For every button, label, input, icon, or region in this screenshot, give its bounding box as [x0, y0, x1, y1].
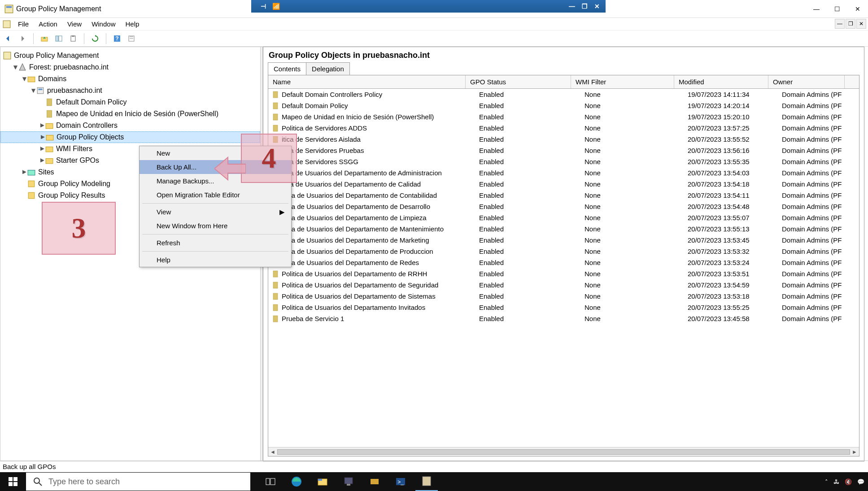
- table-row[interactable]: itica de Servidores Aislada Enabled None…: [268, 134, 859, 145]
- tab-delegation[interactable]: Delegation: [306, 62, 350, 75]
- mdi-close[interactable]: ✕: [856, 19, 866, 29]
- maximize-button[interactable]: ☐: [827, 0, 847, 18]
- refresh-icon[interactable]: [90, 33, 100, 44]
- table-row[interactable]: litica de Usuarios del Departamento de P…: [268, 246, 859, 257]
- ctx-help[interactable]: Help: [140, 253, 291, 267]
- tray-network-icon[interactable]: 🖧: [833, 478, 839, 485]
- col-modified[interactable]: Modified: [674, 75, 768, 88]
- table-row[interactable]: Politica de Usuarios del Departamento de…: [268, 291, 859, 302]
- tree-mapeo[interactable]: Mapeo de Unidad en Inicio de Sesión (Pow…: [0, 108, 260, 120]
- gpmc-taskbar-icon[interactable]: [415, 472, 438, 491]
- system-tray[interactable]: ˄ 🖧 🔇 💬: [825, 478, 864, 485]
- cell-name: litica de Usuarios del Departamento de M…: [282, 225, 479, 233]
- app-icon-1[interactable]: [363, 472, 386, 491]
- close-button[interactable]: ✕: [847, 0, 868, 18]
- cell-name: litica de Usuarios del Departamento de M…: [282, 236, 479, 244]
- menu-window[interactable]: Window: [87, 18, 120, 30]
- filter-icon[interactable]: [126, 33, 137, 44]
- remote-minimize[interactable]: —: [567, 1, 577, 11]
- show-hide-tree-icon[interactable]: [53, 33, 64, 44]
- table-row[interactable]: Mapeo de Unidad en Inicio de Sesión (Pow…: [268, 111, 859, 122]
- gpm-small-icon: [3, 20, 11, 28]
- edge-icon[interactable]: [285, 472, 308, 491]
- table-row[interactable]: itica de Usuarios del Departamento de Ca…: [268, 178, 859, 190]
- table-row[interactable]: Prueba de Servicio 1 Enabled None 20/07/…: [268, 313, 859, 324]
- cell-modified: 20/07/2023 13:55:13: [688, 225, 782, 233]
- svg-rect-14: [39, 89, 43, 90]
- grid-body[interactable]: Default Domain Controllers Policy Enable…: [268, 89, 859, 447]
- svg-rect-19: [46, 147, 53, 152]
- col-owner[interactable]: Owner: [768, 75, 845, 88]
- tree-root[interactable]: Group Policy Management: [0, 50, 260, 61]
- svg-rect-11: [4, 52, 11, 59]
- table-row[interactable]: Politica de Servidores ADDS Enabled None…: [268, 122, 859, 134]
- tree-domain-controllers[interactable]: ⯈Domain Controllers: [0, 120, 260, 131]
- ctx-refresh[interactable]: Refresh: [140, 236, 291, 250]
- minimize-button[interactable]: —: [806, 0, 827, 18]
- cell-status: Enabled: [479, 292, 584, 300]
- cell-wmi: None: [584, 91, 688, 98]
- tree-default-domain-policy[interactable]: Default Domain Policy: [0, 96, 260, 108]
- clipboard-icon[interactable]: [68, 33, 79, 44]
- ctx-open-migration[interactable]: Open Migration Table Editor: [140, 188, 291, 202]
- mdi-restore[interactable]: ❐: [846, 19, 855, 29]
- table-row[interactable]: litica de Usuarios del Departamento de M…: [268, 223, 859, 235]
- tray-volume-icon[interactable]: 🔇: [845, 478, 852, 485]
- cell-wmi: None: [584, 158, 688, 165]
- powershell-icon[interactable]: >_: [389, 472, 412, 491]
- forward-button[interactable]: [17, 33, 28, 44]
- table-row[interactable]: itica de Servidores SSGG Enabled None 20…: [268, 156, 859, 167]
- ctx-view[interactable]: View▶: [140, 205, 291, 219]
- cell-owner: Domain Admins (PF: [782, 304, 858, 311]
- grid-header[interactable]: Name GPO Status WMI Filter Modified Owne…: [268, 75, 859, 89]
- task-view-icon[interactable]: [259, 472, 282, 491]
- file-explorer-icon[interactable]: [311, 472, 334, 491]
- remote-restore[interactable]: ❐: [580, 1, 589, 11]
- gpo-icon: [272, 113, 279, 121]
- mdi-minimize[interactable]: —: [835, 19, 845, 29]
- svg-rect-21: [28, 170, 35, 175]
- menu-help[interactable]: Help: [121, 18, 144, 30]
- remote-close[interactable]: ✕: [592, 1, 602, 11]
- col-name[interactable]: Name: [268, 75, 466, 88]
- col-wmi[interactable]: WMI Filter: [571, 75, 674, 88]
- table-row[interactable]: Politica de Usuarios del Departamento In…: [268, 302, 859, 313]
- tree-forest[interactable]: ⯆Forest: pruebasnacho.int: [0, 61, 260, 73]
- start-button[interactable]: [0, 472, 26, 491]
- pin-icon[interactable]: ⊣: [258, 1, 268, 11]
- tree-domain-label: pruebasnacho.int: [47, 85, 102, 96]
- table-row[interactable]: itica de Servidores Pruebas Enabled None…: [268, 145, 859, 156]
- tree-domains[interactable]: ⯆Domains: [0, 73, 260, 85]
- horizontal-scrollbar[interactable]: ◄►: [268, 447, 859, 456]
- cell-owner: Domain Admins (PF: [782, 147, 858, 154]
- server-manager-icon[interactable]: [337, 472, 360, 491]
- table-row[interactable]: itica de Usuarios del Departamento de Ad…: [268, 167, 859, 178]
- table-row[interactable]: litica de Usuarios del Departamento de L…: [268, 212, 859, 223]
- table-row[interactable]: Default Domain Policy Enabled None 19/07…: [268, 100, 859, 111]
- table-row[interactable]: Politica de Usuarios del Departamento de…: [268, 268, 859, 279]
- menu-action[interactable]: Action: [34, 18, 62, 30]
- svg-rect-46: [13, 477, 17, 481]
- ctx-new-window[interactable]: New Window from Here: [140, 219, 291, 233]
- tab-contents[interactable]: Contents: [268, 62, 306, 75]
- menu-file[interactable]: File: [13, 18, 33, 30]
- up-folder-icon[interactable]: [39, 33, 50, 44]
- table-row[interactable]: litica de Usuarios del Departamento de D…: [268, 201, 859, 212]
- cell-wmi: None: [584, 214, 688, 222]
- table-row[interactable]: litica de Usuarios del Departamento de R…: [268, 257, 859, 268]
- table-row[interactable]: Default Domain Controllers Policy Enable…: [268, 89, 859, 100]
- table-row[interactable]: litica de Usuarios del Departamento de M…: [268, 235, 859, 246]
- menu-view[interactable]: View: [63, 18, 86, 30]
- table-row[interactable]: litica de Usuarios del Departamento de C…: [268, 190, 859, 201]
- tree-group-policy-objects[interactable]: ⯈Group Policy Objects: [0, 131, 260, 143]
- tree-domain[interactable]: ⯆pruebasnacho.int: [0, 85, 260, 96]
- tray-chevron-icon[interactable]: ˄: [825, 478, 828, 485]
- cell-owner: Domain Admins (PF: [782, 248, 858, 255]
- col-status[interactable]: GPO Status: [466, 75, 571, 88]
- help-icon[interactable]: ?: [112, 33, 122, 44]
- svg-rect-45: [9, 477, 13, 481]
- table-row[interactable]: Politica de Usuarios del Departamento de…: [268, 279, 859, 291]
- tray-notifications-icon[interactable]: 💬: [857, 478, 864, 485]
- back-button[interactable]: [3, 33, 13, 44]
- taskbar-search[interactable]: Type here to search: [26, 473, 250, 491]
